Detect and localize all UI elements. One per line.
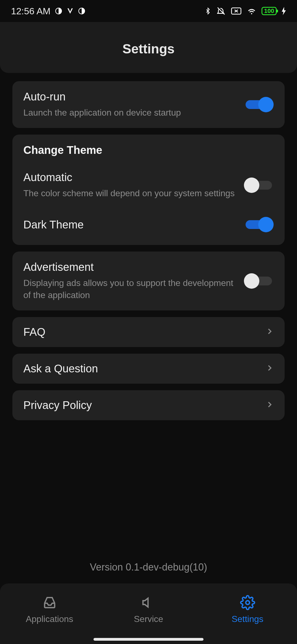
automatic-title: Automatic — [23, 171, 238, 184]
theme-card: Change Theme Automatic The color scheme … — [12, 135, 285, 245]
nav-service[interactable]: Service — [99, 583, 198, 644]
advertisement-title: Advertisement — [23, 261, 238, 273]
gesture-bar — [94, 638, 204, 641]
autorun-title: Auto-run — [23, 91, 238, 103]
status-right: 100 — [204, 6, 286, 16]
status-bar: 12:56 AM 100 — [0, 0, 297, 22]
dark-theme-title: Dark Theme — [23, 219, 238, 231]
status-time: 12:56 AM — [11, 6, 51, 17]
nav-service-label: Service — [134, 614, 163, 624]
nav-applications[interactable]: Applications — [0, 583, 99, 644]
wifi-icon — [247, 7, 257, 15]
nav-applications-label: Applications — [26, 614, 73, 624]
svg-point-4 — [246, 601, 249, 605]
chevron-right-icon — [265, 327, 274, 337]
advertisement-row[interactable]: Advertisement Displaying ads allows you … — [23, 261, 274, 301]
faq-label: FAQ — [23, 326, 45, 338]
settings-content: Auto-run Launch the application on devic… — [0, 73, 297, 583]
advertisement-card: Advertisement Displaying ads allows you … — [12, 252, 285, 310]
theme-section-title: Change Theme — [23, 144, 274, 156]
app-notification-icon-2 — [78, 7, 85, 15]
inbox-icon — [42, 595, 57, 610]
privacy-policy-row[interactable]: Privacy Policy — [12, 390, 285, 420]
charging-icon — [282, 7, 286, 15]
gear-icon — [240, 595, 255, 610]
faq-row[interactable]: FAQ — [12, 317, 285, 347]
status-left: 12:56 AM — [11, 6, 85, 17]
version-text: Version 0.1-dev-debug(10) — [12, 551, 285, 583]
privacy-policy-label: Privacy Policy — [23, 399, 92, 411]
nav-settings-label: Settings — [232, 614, 263, 624]
bottom-nav: Applications Service Settings — [0, 583, 297, 644]
autorun-subtitle: Launch the application on device startup — [23, 107, 238, 119]
automatic-toggle[interactable] — [244, 177, 274, 193]
autorun-row[interactable]: Auto-run Launch the application on devic… — [23, 91, 274, 119]
bluetooth-icon — [204, 6, 211, 16]
automatic-subtitle: The color scheme will depend on your sys… — [23, 187, 238, 199]
app-notification-icon — [55, 7, 62, 15]
speaker-icon — [141, 595, 156, 610]
chevron-right-icon — [265, 400, 274, 410]
nav-settings[interactable]: Settings — [198, 583, 297, 644]
page-header: Settings — [0, 22, 297, 73]
advertisement-subtitle: Displaying ads allows you to support the… — [23, 277, 238, 301]
mute-icon — [216, 6, 226, 16]
page-title: Settings — [0, 41, 297, 56]
automatic-theme-row[interactable]: Automatic The color scheme will depend o… — [23, 168, 274, 202]
battery-icon: 100 — [262, 7, 277, 15]
autorun-card: Auto-run Launch the application on devic… — [12, 81, 285, 128]
autorun-toggle[interactable] — [244, 96, 274, 113]
ask-question-row[interactable]: Ask a Question — [12, 354, 285, 384]
chevron-right-icon — [265, 364, 274, 373]
advertisement-toggle[interactable] — [244, 273, 274, 289]
dark-theme-row[interactable]: Dark Theme — [23, 214, 274, 236]
ask-question-label: Ask a Question — [23, 362, 98, 375]
app-notification-icon-v — [67, 7, 74, 15]
dark-theme-toggle[interactable] — [244, 216, 274, 233]
no-sim-icon — [231, 7, 242, 15]
